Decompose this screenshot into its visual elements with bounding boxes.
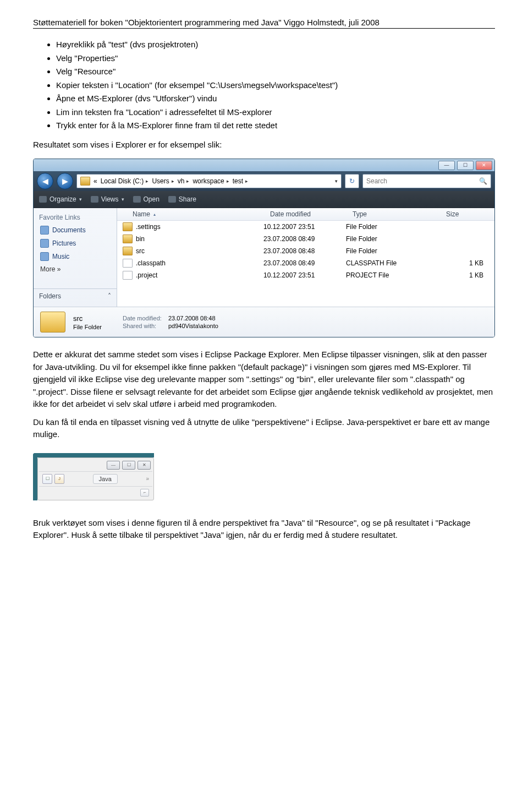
sidebar-item-pictures[interactable]: Pictures xyxy=(34,237,117,250)
sidebar-folders[interactable]: Folders ˄ xyxy=(34,288,117,303)
file-date: 23.07.2008 08:48 xyxy=(263,247,346,255)
folder-icon xyxy=(123,235,133,243)
col-name[interactable]: Name xyxy=(133,210,150,218)
sidebar-item-music[interactable]: Music xyxy=(34,250,117,263)
detail-shared: pd940Vista\akonto xyxy=(168,323,218,329)
list-item: Kopier teksten i "Location" (for eksempe… xyxy=(56,79,495,92)
folder-icon xyxy=(123,247,133,255)
maximize-button[interactable]: ☐ xyxy=(457,161,474,170)
java-perspective-tab[interactable]: Java xyxy=(93,474,118,484)
paragraph: Resultatet som vises i Explorer er for e… xyxy=(33,139,495,151)
file-date: 10.12.2007 23:51 xyxy=(263,271,346,279)
sidebar-item-more[interactable]: More » xyxy=(34,263,117,275)
table-row[interactable]: bin 23.07.2008 08:49 File Folder xyxy=(117,233,494,245)
sort-indicator-icon: ▴ xyxy=(153,212,156,217)
documents-icon xyxy=(40,226,49,235)
pictures-icon xyxy=(40,239,49,248)
breadcrumb[interactable]: « Local Disk (C:)▸ Users▸ vh▸ workspace▸… xyxy=(76,174,342,188)
overflow-icon[interactable]: » xyxy=(146,476,149,482)
chevron-down-icon: ▾ xyxy=(122,197,124,202)
list-item: Velg "Properties" xyxy=(56,52,495,65)
music-icon xyxy=(40,252,49,261)
instruction-list: Høyreklikk på "test" (dvs prosjektroten)… xyxy=(56,39,495,132)
detail-type: File Folder xyxy=(73,324,102,330)
file-name: .classpath xyxy=(136,259,263,267)
file-size: 1 KB xyxy=(439,271,494,279)
toolbar-label: Views xyxy=(101,195,119,203)
file-name: src xyxy=(136,247,263,255)
list-item: Lim inn teksten fra "Location" i adresse… xyxy=(56,106,495,119)
toolbar-label: Organize xyxy=(50,195,76,203)
list-item: Trykk enter for å la MS-Explorer finne f… xyxy=(56,119,495,132)
toolbar-label: Open xyxy=(144,195,160,203)
toolbar: Organize ▾ Views ▾ Open Share xyxy=(34,191,494,208)
table-row[interactable]: .classpath 23.07.2008 08:49 CLASSPATH Fi… xyxy=(117,257,494,269)
forward-button[interactable]: ▶ xyxy=(57,173,73,189)
file-date: 23.07.2008 08:49 xyxy=(263,235,346,243)
sidebar-header: Favorite Links xyxy=(34,211,117,224)
breadcrumb-segment[interactable]: Local Disk (C:)▸ xyxy=(101,177,149,185)
detail-name: src xyxy=(73,314,102,323)
titlebar: — ☐ ✕ xyxy=(34,159,494,171)
paragraph: Bruk verktøyet som vises i denne figuren… xyxy=(33,517,495,542)
breadcrumb-prefix: « xyxy=(94,177,97,185)
sidebar-item-documents[interactable]: Documents xyxy=(34,224,117,237)
open-icon xyxy=(133,196,141,203)
close-button[interactable]: ✕ xyxy=(476,161,492,170)
details-pane: src File Folder Date modified: 23.07.200… xyxy=(34,307,494,337)
detail-label: Date modified: xyxy=(123,315,162,321)
search-input[interactable]: Search 🔍 xyxy=(362,174,491,188)
file-type: CLASSPATH File xyxy=(346,259,439,267)
toolbar-label: Share xyxy=(179,195,196,203)
close-button[interactable]: ✕ xyxy=(138,461,151,470)
col-size[interactable]: Size xyxy=(446,210,490,218)
breadcrumb-segment[interactable]: Users▸ xyxy=(152,177,174,185)
folder-icon xyxy=(80,177,90,186)
back-button[interactable]: ◀ xyxy=(37,173,53,189)
detail-label: Shared with: xyxy=(123,323,162,329)
table-row[interactable]: src 23.07.2008 08:48 File Folder xyxy=(117,245,494,257)
refresh-button[interactable]: ↻ xyxy=(345,174,359,188)
file-size: 1 KB xyxy=(439,259,494,267)
chevron-down-icon[interactable]: ▾ xyxy=(335,178,338,184)
folder-large-icon xyxy=(40,312,65,333)
col-date-modified[interactable]: Date modified xyxy=(270,210,353,218)
file-type: File Folder xyxy=(346,247,439,255)
share-button[interactable]: Share xyxy=(168,195,196,203)
share-icon xyxy=(168,196,176,203)
file-type: File Folder xyxy=(346,223,439,231)
paragraph: Dette er akkurat det samme stedet som vi… xyxy=(33,348,495,411)
chevron-up-icon: ˄ xyxy=(108,292,111,300)
file-date: 10.12.2007 23:51 xyxy=(263,223,346,231)
organize-button[interactable]: Organize ▾ xyxy=(39,195,82,203)
file-pane: Name▴ Date modified Type Size .settings … xyxy=(117,208,494,307)
toggle-icon[interactable]: ⌐ xyxy=(140,489,149,497)
paragraph: Du kan få til enda en tilpasset visning … xyxy=(33,416,495,441)
breadcrumb-segment[interactable]: workspace▸ xyxy=(193,177,229,185)
minimize-button[interactable]: — xyxy=(438,161,455,170)
file-icon xyxy=(123,271,133,280)
java-perspective-icon[interactable]: J xyxy=(54,474,64,484)
eclipse-perspective-capture: — ☐ ✕ ☐ J Java » ⌐ xyxy=(33,453,154,500)
col-type[interactable]: Type xyxy=(353,210,446,218)
breadcrumb-segment[interactable]: vh▸ xyxy=(178,177,190,185)
breadcrumb-segment[interactable]: test▸ xyxy=(233,177,248,185)
open-button[interactable]: Open xyxy=(133,195,160,203)
views-button[interactable]: Views ▾ xyxy=(91,195,124,203)
detail-dm: 23.07.2008 08:48 xyxy=(168,315,218,321)
file-type: File Folder xyxy=(346,235,439,243)
minimize-button[interactable]: — xyxy=(107,461,120,470)
list-item: Høyreklikk på "test" (dvs prosjektroten) xyxy=(56,39,495,51)
column-headers[interactable]: Name▴ Date modified Type Size xyxy=(117,208,494,221)
search-icon: 🔍 xyxy=(479,177,487,185)
table-row[interactable]: .project 10.12.2007 23:51 PROJECT File 1… xyxy=(117,269,494,281)
chevron-down-icon: ▾ xyxy=(79,197,82,202)
page-header: Støttemateriell for boken "Objektoriente… xyxy=(33,18,495,29)
open-perspective-icon[interactable]: ☐ xyxy=(42,474,52,484)
file-name: bin xyxy=(136,235,263,243)
file-name: .project xyxy=(136,271,263,279)
table-row[interactable]: .settings 10.12.2007 23:51 File Folder xyxy=(117,221,494,233)
sidebar: Favorite Links Documents Pictures Music … xyxy=(34,208,117,307)
maximize-button[interactable]: ☐ xyxy=(122,461,135,470)
file-icon xyxy=(123,259,133,268)
